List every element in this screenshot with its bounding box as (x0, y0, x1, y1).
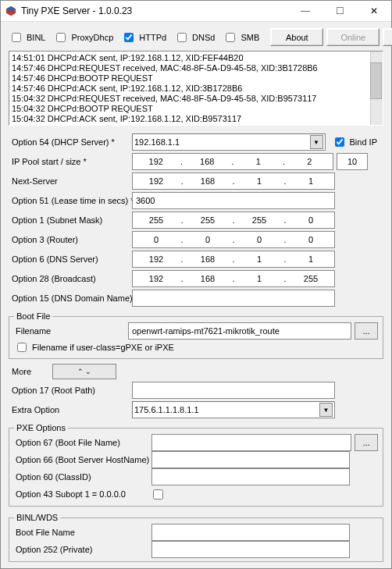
minimize-button[interactable]: — (288, 1, 323, 21)
log-line: 14:57:46 DHCPd:BOOTP REQUEST (12, 73, 380, 84)
bootfilename-input[interactable] (151, 524, 350, 541)
online-button[interactable]: Online (326, 28, 380, 46)
log-line: 15:04:32 DHCPd:ACK sent, IP:192.168.1.12… (12, 114, 380, 124)
option3-label: Option 3 (Router) (10, 235, 129, 244)
pool-ip-input[interactable]: 192. 168. 1. 2 (132, 153, 333, 170)
option28-label: Option 28 (Broadcast) (10, 274, 129, 283)
opt60-input[interactable] (151, 468, 350, 485)
about-button[interactable]: About (270, 28, 323, 46)
window-buttons: — ☐ ✕ (288, 1, 391, 21)
bootfilename-label: Boot File Name (14, 528, 148, 537)
pxe-options-group: PXE Options Option 67 (Boot File Name) .… (9, 423, 383, 507)
router-ip-input[interactable]: 0. 0. 0. 0 (132, 231, 335, 248)
opt67-browse-button[interactable]: ... (355, 434, 378, 451)
opt67-input[interactable] (151, 434, 351, 451)
binl-checkbox[interactable]: BINL (9, 30, 45, 44)
userclass-checkbox[interactable]: Filename if user-class=gPXE or iPXE (14, 340, 174, 354)
bootfile-group: Boot File Filename openwrt-ramips-mt7621… (9, 311, 383, 359)
scrollbar-thumb[interactable] (370, 62, 382, 99)
titlebar[interactable]: Tiny PXE Server - 1.0.0.23 — ☐ ✕ (1, 1, 391, 22)
log-line: 14:57:46 DHCPd:REQUEST received, MAC:48-… (12, 63, 380, 73)
option66-label: Option 66 (Boot Server HostName) (14, 455, 148, 464)
option17-label: Option 17 (Root Path) (10, 386, 129, 395)
pool-size-input[interactable]: 10 (337, 153, 368, 170)
dnsd-checkbox[interactable]: DNSd (174, 30, 215, 44)
log-line: 14:51:01 DHCPd:ACK sent, IP:192.168.1.12… (12, 53, 380, 63)
nextserver-ip-input[interactable]: 192. 168. 1. 1 (132, 172, 335, 190)
window-title: Tiny PXE Server - 1.0.0.23 (21, 5, 288, 16)
subnet-mask-input[interactable]: 255. 255. 255. 0 (132, 212, 335, 229)
opt43-checkbox[interactable] (153, 489, 163, 500)
opt252-input[interactable] (151, 541, 350, 558)
smb-checkbox[interactable]: SMB (223, 30, 259, 44)
close-button[interactable]: ✕ (357, 1, 391, 21)
pool-label: IP Pool start / size * (10, 157, 129, 166)
lease-input[interactable]: 3600 (132, 192, 335, 209)
log-line: 15:04:32 DHCPd:REQUEST received, MAC:48-… (12, 94, 380, 104)
more-label: More (10, 367, 49, 376)
bindip-checkbox[interactable]: Bind IP (332, 135, 377, 149)
option43-label: Option 43 Subopt 1 = 0.0.0.0 (14, 489, 148, 499)
offline-button[interactable]: Offline (383, 28, 392, 46)
pxe-legend: PXE Options (14, 423, 68, 432)
app-icon (5, 5, 16, 16)
more-form: More ⌃ ⌄ Option 17 (Root Path) Extra Opt… (5, 364, 387, 418)
option252-label: Option 252 (Private) (14, 545, 148, 554)
binlwds-legend: BINL/WDS (14, 513, 60, 522)
log-scrollbar[interactable] (370, 52, 383, 125)
option67-label: Option 67 (Boot File Name) (14, 438, 148, 447)
nextserver-label: Next-Server (10, 176, 129, 186)
more-toggle-button[interactable]: ⌃ ⌄ (52, 364, 116, 379)
option15-label: Option 15 (DNS Domain Name) (10, 293, 129, 303)
log-line: 14:57:46 DHCPd:ACK sent, IP:192.168.1.12… (12, 84, 380, 94)
top-row: BINL ProxyDhcp HTTPd DNSd SMB About Onli… (5, 28, 387, 46)
httpd-checkbox[interactable]: HTTPd (121, 30, 166, 44)
client-area: BINL ProxyDhcp HTTPd DNSd SMB About Onli… (1, 22, 391, 568)
extra-option-combo[interactable]: 175.6.1.1.1.8.1.1 ▼ (132, 401, 335, 418)
filename-label: Filename (14, 326, 125, 336)
chevron-down-icon[interactable]: ▼ (310, 135, 323, 149)
filename-input[interactable]: openwrt-ramips-mt7621-mikrotik_route (128, 322, 351, 340)
option60-label: Option 60 (ClassID) (14, 472, 148, 482)
rootpath-input[interactable] (132, 382, 335, 399)
dhcp-server-combo[interactable]: 192.168.1.1 ▼ (132, 133, 326, 151)
dns-domain-input[interactable] (132, 290, 335, 307)
option51-label: Option 51 (Lease time in secs) * (10, 196, 129, 205)
main-window: Tiny PXE Server - 1.0.0.23 — ☐ ✕ BINL Pr… (0, 0, 392, 569)
log-box[interactable]: 14:51:01 DHCPd:ACK sent, IP:192.168.1.12… (9, 51, 383, 126)
option6-label: Option 6 (DNS Server) (10, 254, 129, 264)
option1-label: Option 1 (Subnet Mask) (10, 215, 129, 225)
bootfile-legend: Boot File (14, 311, 52, 321)
chevron-down-icon[interactable]: ▼ (319, 403, 333, 417)
log-line: 15:04:32 DHCPd:BOOTP REQUEST (12, 104, 380, 114)
proxydhcp-checkbox[interactable]: ProxyDhcp (53, 30, 113, 44)
binlwds-group: BINL/WDS Boot File Name Option 252 (Priv… (9, 513, 383, 562)
option54-label: Option 54 (DHCP Server) * (10, 137, 129, 147)
broadcast-ip-input[interactable]: 192. 168. 1. 255 (132, 270, 335, 287)
opt66-input[interactable] (151, 451, 350, 468)
filename-browse-button[interactable]: ... (355, 322, 378, 340)
main-form: Option 54 (DHCP Server) * 192.168.1.1 ▼ … (5, 133, 387, 307)
dns-ip-input[interactable]: 192. 168. 1. 1 (132, 251, 335, 268)
extra-label: Extra Option (10, 405, 129, 414)
maximize-button[interactable]: ☐ (323, 1, 357, 21)
